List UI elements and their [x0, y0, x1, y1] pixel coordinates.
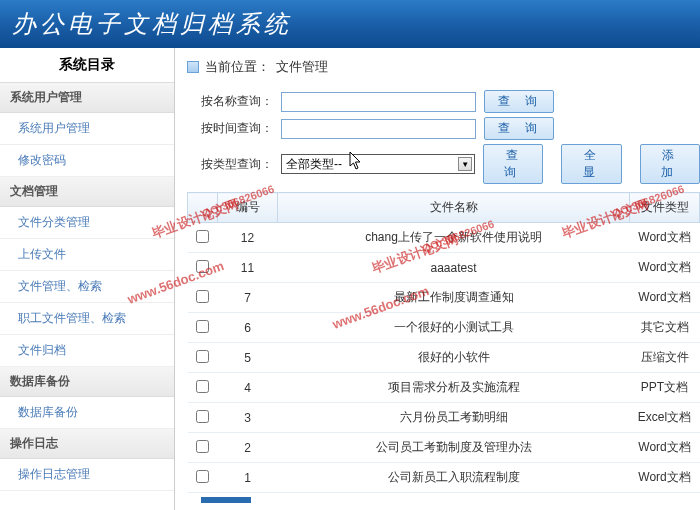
cell-id: 12 [218, 223, 278, 253]
table-header [188, 193, 218, 223]
table-row[interactable]: 1公司新员工入职流程制度Word文档 [188, 463, 700, 493]
breadcrumb: 当前位置： 文件管理 [187, 54, 700, 86]
sidebar-item[interactable]: 职工文件管理、检索 [0, 303, 174, 335]
row-checkbox[interactable] [196, 440, 209, 453]
table-row[interactable]: 3六月份员工考勤明细Excel文档 [188, 403, 700, 433]
breadcrumb-current: 文件管理 [276, 58, 328, 76]
cell-type: PPT文档 [630, 373, 700, 403]
table-row[interactable]: 6一个很好的小测试工具其它文档 [188, 313, 700, 343]
row-checkbox[interactable] [196, 470, 209, 483]
cell-name: 很好的小软件 [278, 343, 630, 373]
app-title: 办公电子文档归档系统 [12, 10, 292, 37]
chevron-down-icon: ▼ [458, 157, 472, 171]
sidebar-item[interactable]: 文件归档 [0, 335, 174, 367]
table-header: 编号 [218, 193, 278, 223]
sidebar: 系统目录 系统用户管理系统用户管理修改密码文档管理文件分类管理上传文件文件管理、… [0, 48, 175, 510]
cell-type: 压缩文件 [630, 343, 700, 373]
sidebar-group: 文档管理 [0, 177, 174, 207]
cell-name: 一个很好的小测试工具 [278, 313, 630, 343]
sidebar-item[interactable]: 上传文件 [0, 239, 174, 271]
cell-id: 6 [218, 313, 278, 343]
sidebar-item[interactable]: 文件分类管理 [0, 207, 174, 239]
table-header: 文件名称 [278, 193, 630, 223]
app-header: 办公电子文档归档系统 [0, 0, 700, 48]
search-time-label: 按时间查询： [201, 120, 273, 137]
sidebar-title: 系统目录 [0, 48, 174, 83]
search-time-button[interactable]: 查 询 [484, 117, 554, 140]
cell-name: aaaatest [278, 253, 630, 283]
cell-name: 最新工作制度调查通知 [278, 283, 630, 313]
cell-type: Word文档 [630, 253, 700, 283]
row-checkbox[interactable] [196, 260, 209, 273]
sidebar-group: 数据库备份 [0, 367, 174, 397]
row-checkbox[interactable] [196, 290, 209, 303]
cell-name: 公司员工考勤制度及管理办法 [278, 433, 630, 463]
table-row[interactable]: 4项目需求分析及实施流程PPT文档 [188, 373, 700, 403]
search-type-select[interactable]: 全部类型-- ▼ [281, 154, 475, 174]
type-select-value: 全部类型-- [286, 156, 342, 173]
cell-type: Word文档 [630, 463, 700, 493]
footer-accent [201, 497, 251, 503]
cell-name: 公司新员工入职流程制度 [278, 463, 630, 493]
table-row[interactable]: 11aaaatestWord文档 [188, 253, 700, 283]
cell-name: 六月份员工考勤明细 [278, 403, 630, 433]
cell-id: 7 [218, 283, 278, 313]
search-type-button[interactable]: 查 询 [483, 144, 543, 184]
cell-type: Excel文档 [630, 403, 700, 433]
row-checkbox[interactable] [196, 350, 209, 363]
cell-id: 1 [218, 463, 278, 493]
sidebar-item[interactable]: 修改密码 [0, 145, 174, 177]
cell-id: 5 [218, 343, 278, 373]
cell-id: 3 [218, 403, 278, 433]
table-row[interactable]: 7最新工作制度调查通知Word文档 [188, 283, 700, 313]
table-header: 文件类型 [630, 193, 700, 223]
table-row[interactable]: 12chang上传了一个新软件使用说明Word文档 [188, 223, 700, 253]
sidebar-group: 操作日志 [0, 429, 174, 459]
sidebar-item[interactable]: 操作日志管理 [0, 459, 174, 491]
cell-name: 项目需求分析及实施流程 [278, 373, 630, 403]
cell-id: 11 [218, 253, 278, 283]
breadcrumb-prefix: 当前位置： [205, 58, 270, 76]
add-button[interactable]: 添 加 [640, 144, 700, 184]
cell-name: chang上传了一个新软件使用说明 [278, 223, 630, 253]
cell-type: Word文档 [630, 433, 700, 463]
row-checkbox[interactable] [196, 230, 209, 243]
row-checkbox[interactable] [196, 380, 209, 393]
show-all-button[interactable]: 全 显 [561, 144, 621, 184]
cell-id: 4 [218, 373, 278, 403]
file-table: 编号文件名称文件类型 12chang上传了一个新软件使用说明Word文档11aa… [187, 192, 700, 493]
cell-type: Word文档 [630, 223, 700, 253]
table-row[interactable]: 5很好的小软件压缩文件 [188, 343, 700, 373]
main-panel: 当前位置： 文件管理 按名称查询： 查 询 按时间查询： 查 询 按类型查询： … [175, 48, 700, 510]
row-checkbox[interactable] [196, 410, 209, 423]
sidebar-item[interactable]: 文件管理、检索 [0, 271, 174, 303]
row-checkbox[interactable] [196, 320, 209, 333]
location-icon [187, 61, 199, 73]
search-time-input[interactable] [281, 119, 476, 139]
sidebar-group: 系统用户管理 [0, 83, 174, 113]
cell-type: Word文档 [630, 283, 700, 313]
table-row[interactable]: 2公司员工考勤制度及管理办法Word文档 [188, 433, 700, 463]
search-type-label: 按类型查询： [201, 156, 273, 173]
search-name-input[interactable] [281, 92, 476, 112]
sidebar-item[interactable]: 数据库备份 [0, 397, 174, 429]
cell-type: 其它文档 [630, 313, 700, 343]
search-name-label: 按名称查询： [201, 93, 273, 110]
cell-id: 2 [218, 433, 278, 463]
sidebar-item[interactable]: 系统用户管理 [0, 113, 174, 145]
search-name-button[interactable]: 查 询 [484, 90, 554, 113]
